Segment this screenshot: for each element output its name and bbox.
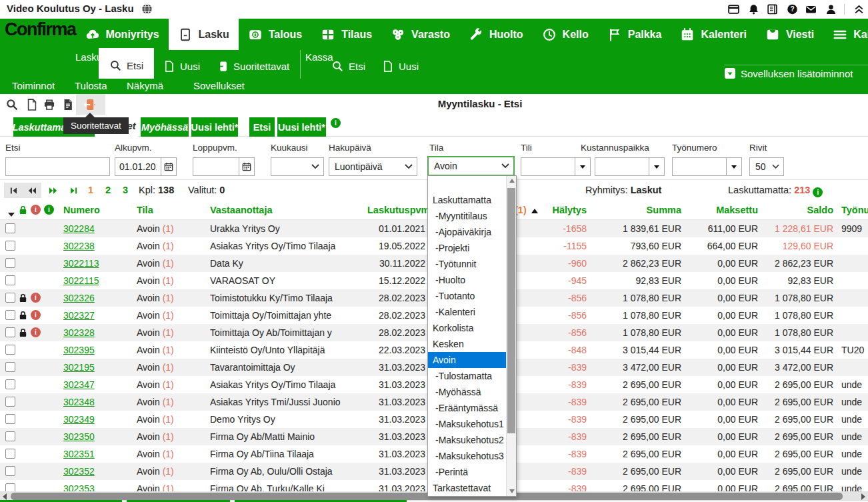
row-checkbox[interactable] xyxy=(5,449,15,459)
help-icon[interactable]: ? xyxy=(787,4,798,15)
column-header-tila[interactable]: Tila xyxy=(137,200,153,220)
invoice-number-link[interactable]: 302353 xyxy=(63,483,95,491)
info-icon[interactable]: i xyxy=(813,187,823,197)
row-checkbox[interactable] xyxy=(5,310,15,320)
tab-myohassa[interactable]: Myöhässä xyxy=(141,117,189,137)
page-number-2[interactable]: 2 xyxy=(101,180,115,200)
dropdown-option[interactable]: -Maksukehotus3 xyxy=(428,448,506,464)
nav-item-palkka[interactable]: Palkka xyxy=(598,19,671,50)
file-text-icon[interactable] xyxy=(61,98,75,111)
new-document-icon[interactable] xyxy=(25,98,39,111)
invoice-number-link[interactable]: 302347 xyxy=(63,379,95,390)
dropdown-option[interactable]: -Tuotanto xyxy=(428,288,506,304)
dropdown-option[interactable]: -Työtunnit xyxy=(428,256,506,272)
window-icon[interactable] xyxy=(728,4,739,15)
dropdown-option[interactable]: -Kalenteri xyxy=(428,304,506,320)
row-checkbox[interactable] xyxy=(5,258,15,268)
column-header-tyonumero[interactable]: Työnumero xyxy=(841,200,868,220)
dropdown-option[interactable]: -Huolto xyxy=(428,272,506,288)
dropdown-option[interactable]: Kesken xyxy=(428,336,506,352)
nav-item-varasto[interactable]: Varasto xyxy=(381,19,459,50)
menu-sovellukset[interactable]: Sovellukset xyxy=(193,80,245,91)
column-header-maksettu[interactable]: Maksettu xyxy=(683,200,758,220)
mail-icon[interactable] xyxy=(805,4,817,15)
previous-page-button[interactable] xyxy=(23,183,41,198)
nav-item-lasku[interactable]: Lasku xyxy=(169,19,239,50)
row-checkbox[interactable] xyxy=(5,275,15,285)
nav-item-kello[interactable]: Kello xyxy=(533,19,598,50)
scroll-right-arrow[interactable] xyxy=(859,491,868,501)
nav-item-all-apps[interactable]: Kaikki sovellukset ja rekisterit xyxy=(823,19,868,50)
invoice-number-link[interactable]: 302395 xyxy=(63,345,95,355)
subnav-item-uusi[interactable]: Uusi xyxy=(155,56,207,73)
first-page-button[interactable] xyxy=(4,183,23,198)
dropdown-option[interactable]: -Projekti xyxy=(428,240,506,256)
dropdown-option[interactable]: -Ajopäiväkirja xyxy=(428,224,506,240)
combo-dropdown-button[interactable] xyxy=(575,158,590,175)
calendar-picker-button[interactable] xyxy=(161,158,176,175)
scroll-down-arrow[interactable] xyxy=(507,487,517,496)
column-header-vastaanottaja[interactable]: Vastaanottaja xyxy=(210,200,273,220)
lock-column-icon[interactable] xyxy=(18,205,28,215)
start-date-input[interactable] xyxy=(115,158,161,175)
rows-per-page-select[interactable]: 50 xyxy=(749,157,784,176)
dropdown-option[interactable]: Tarkastettavat xyxy=(428,480,506,496)
search-date-select[interactable]: Luontipäivä xyxy=(329,157,417,176)
subnav-item-suoritettavat[interactable]: Suoritettavat xyxy=(209,56,297,73)
nav-item-viesti[interactable]: Viesti xyxy=(756,19,823,50)
dropdown-option[interactable]: -Myöhässä xyxy=(428,384,506,400)
subnav-item-etsi[interactable]: Etsi xyxy=(99,48,154,79)
invoice-number-link[interactable]: 302348 xyxy=(63,397,95,407)
dropdown-option[interactable]: -Maksukehotus2 xyxy=(428,432,506,448)
invoice-number-link[interactable]: 302327 xyxy=(63,310,95,321)
combo-dropdown-button[interactable] xyxy=(649,158,664,175)
invoice-number-link[interactable]: 302351 xyxy=(63,449,95,459)
row-checkbox[interactable] xyxy=(5,466,15,476)
tab-uusi-lehti-1[interactable]: Uusi lehti* xyxy=(191,117,238,137)
dropdown-option[interactable]: -Erääntymässä xyxy=(428,400,506,416)
column-header-summa[interactable]: Summa xyxy=(597,200,681,220)
menu-tulosta[interactable]: Tulosta xyxy=(75,80,107,91)
dropdown-option[interactable]: -Maksukehotus1 xyxy=(428,416,506,432)
print-icon[interactable] xyxy=(43,98,56,111)
info-column-icon[interactable]: i xyxy=(44,205,54,215)
scroll-up-arrow[interactable] xyxy=(507,176,517,185)
dropdown-option[interactable]: -Perintä xyxy=(428,464,506,480)
row-checkbox[interactable] xyxy=(5,483,15,491)
account-input[interactable] xyxy=(521,158,575,175)
last-page-button[interactable] xyxy=(64,183,83,198)
dropdown-option[interactable]: Korkolista xyxy=(428,320,506,336)
menu-toiminnot[interactable]: Toiminnot xyxy=(12,80,55,91)
page-number-1[interactable]: 1 xyxy=(84,180,97,200)
row-checkbox[interactable] xyxy=(5,362,15,372)
app-extra-functions[interactable]: Sovelluksen lisätoiminnot xyxy=(724,67,868,79)
user-icon[interactable] xyxy=(825,4,837,15)
column-header-saldo[interactable]: Saldo xyxy=(760,200,833,220)
bell-icon[interactable] xyxy=(748,4,759,15)
row-checkbox[interactable] xyxy=(5,327,15,337)
dropdown-option[interactable]: Avoin xyxy=(428,352,506,368)
row-checkbox[interactable] xyxy=(5,293,15,303)
dropdown-option[interactable]: -Tulostamatta xyxy=(428,368,506,384)
select-menu-caret-icon[interactable] xyxy=(8,208,15,219)
nav-item-huolto[interactable]: Huolto xyxy=(459,19,533,50)
invoice-number-link[interactable]: 302326 xyxy=(63,293,95,303)
invoice-number-link[interactable]: 3022115 xyxy=(63,275,99,286)
dropdown-option[interactable] xyxy=(428,176,506,192)
nav-item-kalenteri[interactable]: Kalenteri xyxy=(671,19,755,50)
row-checkbox[interactable] xyxy=(5,397,15,407)
column-header-halytys[interactable]: Hälytys xyxy=(533,200,587,220)
invoice-number-link[interactable]: 302350 xyxy=(63,431,95,442)
next-page-button[interactable] xyxy=(44,183,63,198)
alert-column-icon[interactable]: i xyxy=(31,205,41,215)
dropdown-scrollbar-thumb[interactable] xyxy=(507,188,515,433)
search-input[interactable] xyxy=(6,158,109,175)
row-checkbox[interactable] xyxy=(5,431,15,441)
tab-etsi[interactable]: Etsi xyxy=(249,117,275,137)
cost-center-input[interactable] xyxy=(595,158,649,175)
invoice-number-link[interactable]: 3022113 xyxy=(63,258,99,269)
row-checkbox[interactable] xyxy=(5,414,15,424)
month-select[interactable] xyxy=(271,157,324,176)
dropdown-option[interactable]: Laskuttamatta xyxy=(428,192,506,208)
row-checkbox[interactable] xyxy=(5,223,15,233)
